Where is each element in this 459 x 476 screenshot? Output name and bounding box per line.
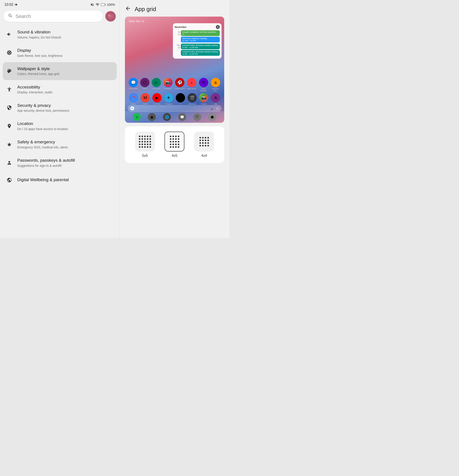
telegram-icon: ✈ (164, 93, 173, 102)
settings-item-display[interactable]: Display Dark theme, font size, brightnes… (3, 44, 117, 62)
phone-screen: Wed, Nov 13 November + W13 Google Comple… (125, 17, 224, 123)
display-subtitle: Dark theme, font size, brightness (17, 54, 63, 58)
location-subtitle: On / 23 apps have access to location (17, 127, 68, 131)
app-youtube: ▶ YouTube (152, 93, 162, 105)
location-icon (5, 122, 13, 130)
calendar-widget: November + W13 Google Completes YouTube … (173, 23, 222, 59)
cal-events-col-2: Android Police all hands weekly meeting1… (181, 43, 220, 56)
settings-item-passwords[interactable]: Passwords, passkeys & autofill Suggestio… (3, 154, 117, 172)
lens-icon: ⊙ (216, 107, 219, 110)
app-instagram: 📷 Instagram (163, 78, 173, 92)
user-avatar[interactable] (105, 11, 116, 22)
sound-title: Sound & vibration (17, 29, 61, 35)
page-title: App grid (135, 6, 156, 13)
svg-point-5 (108, 14, 110, 17)
letterboxd-icon: 🎬 (187, 93, 197, 102)
accessibility-title: Accessibility (17, 85, 52, 90)
settings-item-wallpaper[interactable]: Wallpaper & style Colors, themed icons, … (3, 62, 117, 80)
mic-icon: 🎤 (211, 107, 215, 110)
cal-row-1: W13 Google Completes YouTube Aquisition … (175, 30, 220, 43)
photos-label: Photos (201, 103, 207, 105)
battery-icon (101, 3, 106, 6)
yahoo-label: Yahoo Fantasy (199, 88, 209, 92)
ally-label: Ally (214, 103, 217, 105)
avatar-image (106, 11, 115, 21)
svg-rect-2 (101, 4, 105, 6)
wallpaper-text: Wallpaper & style Colors, themed icons, … (17, 66, 59, 76)
grid-label-4x5: 4x5 (172, 154, 177, 158)
grid-option-4x5[interactable]: 4x5 (165, 132, 184, 158)
safety-title: Safety & emergency (17, 139, 68, 145)
wellbeing-icon (5, 176, 13, 184)
letterboxd-label: letterboxd (188, 103, 196, 105)
safety-text: Safety & emergency Emergency SOS, medica… (17, 139, 68, 149)
app-pokemon: ⚽ PokémonGO (175, 78, 185, 92)
cal-event-2: Short-term features meeting11 AM – 12 PM (181, 37, 220, 42)
sound-text: Sound & vibration Volume, haptics, Do No… (17, 29, 61, 39)
settings-panel: 10:02 100% (0, 0, 119, 238)
safety-icon (5, 140, 13, 148)
grid-selector: 5x5 4x5 (125, 126, 224, 163)
search-icon (8, 13, 13, 19)
cal-row-2: Thu14 Android Police all hands weekly me… (175, 43, 220, 56)
grid-label-4x4: 4x4 (201, 154, 207, 158)
dots-4x5 (170, 136, 179, 148)
back-button[interactable] (125, 5, 131, 13)
dock-spotify: ♫ (133, 113, 141, 121)
app-maps: 📍 Maps (129, 93, 138, 105)
app-messenger: 💬 Messenger (129, 78, 138, 92)
accessibility-icon (5, 85, 13, 93)
dock-app4: 💬 (178, 113, 186, 121)
search-placeholder: Search (16, 14, 31, 19)
settings-item-security[interactable]: Security & privacy App security, device … (3, 99, 117, 117)
svg-point-6 (111, 16, 113, 18)
settings-item-wellbeing[interactable]: Digital Wellbeing & parental (3, 172, 117, 188)
security-subtitle: App security, device lock, permissions (17, 109, 69, 113)
cal-event-3: Android Police all hands weekly meeting1… (181, 43, 220, 49)
passwords-title: Passwords, passkeys & autofill (17, 158, 75, 163)
grid-option-5x5[interactable]: 5x5 (135, 132, 155, 158)
dock-app5: 🛡 (193, 113, 201, 121)
google-logo: G (130, 106, 134, 110)
calendar-header: November + (175, 25, 220, 29)
status-icons: 100% (90, 3, 115, 7)
app-photos: 📸 Photos (199, 93, 209, 105)
cal-event-1: Google Completes YouTube Aquisition G... (181, 30, 220, 36)
vibrate-icon (15, 3, 18, 6)
app-telegram: ✈ Telegram (164, 93, 173, 105)
slack-label: Slack (143, 88, 147, 90)
wallpaper-subtitle: Colors, themed icons, app grid (17, 72, 59, 76)
grid-option-4x4[interactable]: 4x4 (194, 132, 214, 158)
x-label: X (180, 103, 181, 105)
passwords-icon (5, 159, 13, 167)
svg-rect-1 (105, 4, 106, 5)
calendar-month: November (175, 26, 187, 28)
safety-subtitle: Emergency SOS, medical info, alerts (17, 145, 68, 149)
app-apple-music: ♪ Apple Music (187, 78, 197, 92)
app-gmail: M Gmail (141, 93, 150, 105)
search-bar[interactable]: Search (4, 11, 103, 22)
gmail-label: Gmail (143, 103, 148, 105)
settings-item-accessibility[interactable]: Accessibility Display, interaction, audi… (3, 81, 117, 98)
settings-item-sound[interactable]: Sound & vibration Volume, haptics, Do No… (3, 26, 117, 43)
wellbeing-title: Digital Wellbeing & parental (17, 177, 69, 183)
phone-preview: Wed, Nov 13 November + W13 Google Comple… (125, 17, 224, 123)
display-icon (5, 49, 13, 57)
wifi-icon (96, 3, 100, 7)
wallpaper-title: Wallpaper & style (17, 66, 59, 72)
settings-item-location[interactable]: Location On / 23 apps have access to loc… (3, 117, 117, 135)
dots-4x4 (200, 137, 209, 146)
youtube-icon: ▶ (152, 93, 162, 102)
apple-music-icon: ♪ (187, 78, 196, 87)
maps-icon: 📍 (129, 93, 138, 102)
app-ally: A Ally (211, 93, 220, 105)
settings-item-safety[interactable]: Safety & emergency Emergency SOS, medica… (3, 135, 117, 153)
passwords-text: Passwords, passkeys & autofill Suggestio… (17, 158, 75, 168)
app-playstore: ▷ Play Store (152, 78, 161, 92)
gmail-icon: M (141, 93, 150, 102)
app-row-2: 📍 Maps M Gmail ▶ YouTube ✈ Telegram ✕ (125, 93, 224, 105)
location-title: Location (17, 121, 68, 127)
security-icon (5, 104, 13, 112)
status-bar: 10:02 100% (0, 0, 119, 8)
yahoo-icon: Y! (199, 78, 208, 87)
